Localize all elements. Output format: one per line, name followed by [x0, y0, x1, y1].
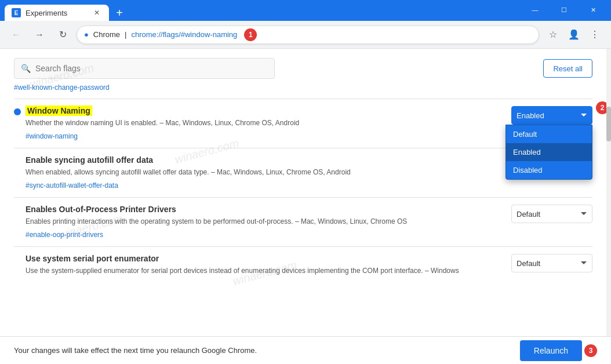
search-input[interactable]	[14, 58, 275, 79]
flag-desc-serial-port: Use the system-supplied enumerator for s…	[26, 265, 502, 276]
toolbar-right: ☆ 👤 ⋮	[544, 26, 604, 44]
top-anchor-link[interactable]: #well-known-change-password	[14, 83, 592, 92]
popup-item-enabled[interactable]: Enabled	[506, 143, 592, 161]
address-url: chrome://flags/#window-naming	[132, 30, 238, 39]
flag-control-oop-print-drivers: Default Enabled Disabled	[511, 205, 592, 223]
browser-toolbar: ← → ↻ ● Chrome | chrome://flags/#window-…	[0, 21, 611, 49]
forward-button[interactable]: →	[30, 26, 49, 44]
flag-text-serial-port: Use system serial port enumerator Use th…	[26, 254, 502, 278]
popup-item-default[interactable]: Default	[506, 125, 592, 143]
flag-item-window-naming: Window Naming Whether the window naming …	[14, 99, 592, 148]
flag-list: #well-known-change-password Window Namin…	[0, 83, 606, 285]
flag-name-sync-autofill: Enable syncing autofill offer data	[26, 155, 502, 165]
address-separator: |	[125, 30, 126, 39]
flag-dropdown-oop-print-drivers[interactable]: Default Enabled Disabled	[511, 205, 592, 223]
flag-indicator-active	[14, 108, 21, 115]
menu-button[interactable]: ⋮	[585, 26, 604, 44]
titlebar: E Experiments ✕ + — ☐ ✕	[0, 0, 611, 21]
flag-indicator-inactive-2	[14, 158, 21, 165]
flag-control-window-naming: Default Enabled Disabled Default Enabled…	[511, 106, 592, 125]
tab-title: Experiments	[26, 9, 67, 17]
flag-name-window-naming: Window Naming	[26, 106, 502, 115]
flag-indicator-inactive-3	[14, 207, 21, 214]
dropdown-badge: 2	[596, 101, 606, 114]
flag-dropdown-serial-port[interactable]: Default Enabled Disabled	[511, 254, 592, 272]
popup-item-disabled[interactable]: Disabled	[506, 161, 592, 179]
flag-dropdown-window-naming[interactable]: Default Enabled Disabled	[511, 106, 592, 125]
search-bar-area: 🔍 Reset all	[0, 49, 606, 83]
flag-text-window-naming: Window Naming Whether the window naming …	[26, 106, 502, 141]
flag-name-oop-print-drivers: Enables Out-of-Process Printer Drivers	[26, 205, 502, 214]
flag-text-oop-print-drivers: Enables Out-of-Process Printer Drivers E…	[26, 205, 502, 239]
minimize-button[interactable]: —	[522, 1, 548, 19]
relaunch-badge: 3	[584, 344, 597, 357]
flag-desc-oop-print-drivers: Enables printing interactions with the o…	[26, 216, 502, 227]
bottom-bar: Your changes will take effect the next t…	[0, 336, 611, 364]
back-button[interactable]: ←	[7, 26, 26, 44]
window-controls: — ☐ ✕	[522, 1, 606, 21]
flag-item-serial-port: Use system serial port enumerator Use th…	[14, 246, 592, 285]
reset-all-button[interactable]: Reset all	[543, 59, 592, 78]
flag-name-highlight: Window Naming	[26, 105, 92, 116]
scrollbar[interactable]	[606, 49, 611, 336]
address-bar[interactable]: ● Chrome | chrome://flags/#window-naming…	[77, 26, 539, 44]
flag-anchor-oop-print-drivers[interactable]: #enable-oop-print-drivers	[26, 231, 103, 239]
dropdown-popup-window-naming: Default Enabled Disabled	[505, 125, 592, 180]
flag-indicator-inactive-4	[14, 256, 21, 263]
flag-anchor-window-naming[interactable]: #window-naming	[26, 132, 78, 140]
flag-desc-window-naming: Whether the window naming UI is enabled.…	[26, 118, 502, 128]
address-badge: 1	[244, 28, 257, 41]
flag-name-serial-port: Use system serial port enumerator	[26, 254, 502, 263]
tab-favicon: E	[12, 8, 21, 17]
tab-close-button[interactable]: ✕	[92, 8, 102, 18]
scrollbar-thumb[interactable]	[606, 107, 611, 141]
main-content: 🔍 Reset all #well-known-change-password …	[0, 49, 606, 336]
flag-item-oop-print-drivers: Enables Out-of-Process Printer Drivers E…	[14, 197, 592, 246]
flag-anchor-sync-autofill[interactable]: #sync-autofill-wallet-offer-data	[26, 181, 118, 190]
flag-control-serial-port: Default Enabled Disabled	[511, 254, 592, 272]
relaunch-button[interactable]: Relaunch	[520, 340, 582, 361]
browser-tab[interactable]: E Experiments ✕	[5, 5, 109, 21]
address-protocol: Chrome	[93, 30, 120, 39]
search-wrapper: 🔍	[14, 58, 275, 79]
profile-button[interactable]: 👤	[565, 26, 583, 44]
flag-text-sync-autofill: Enable syncing autofill offer data When …	[26, 155, 502, 190]
bookmark-button[interactable]: ☆	[544, 26, 562, 44]
reload-button[interactable]: ↻	[53, 26, 72, 44]
close-button[interactable]: ✕	[580, 1, 606, 19]
new-tab-button[interactable]: +	[111, 5, 128, 21]
maximize-button[interactable]: ☐	[551, 1, 577, 19]
address-icon: ●	[84, 30, 89, 39]
search-icon: 🔍	[21, 64, 31, 73]
flag-desc-sync-autofill: When enabled, allows syncing autofill wa…	[26, 167, 502, 177]
bottom-bar-message: Your changes will take effect the next t…	[14, 346, 257, 355]
